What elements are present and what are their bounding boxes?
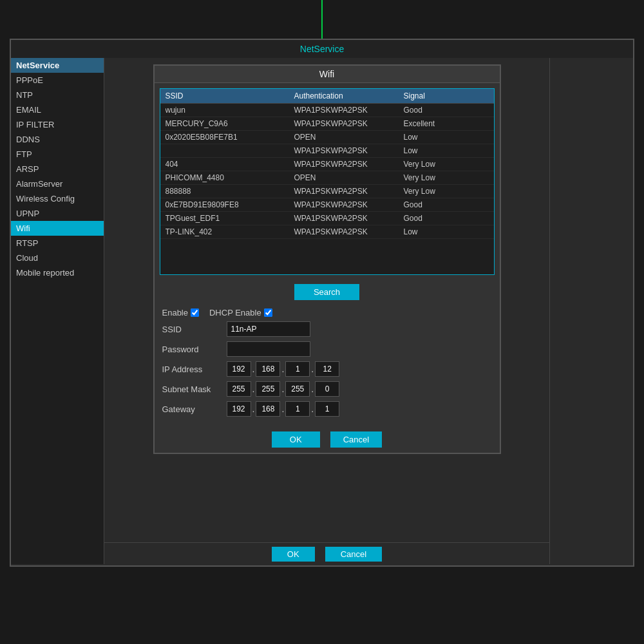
wifi-row[interactable]: wujunWPA1PSKWPA2PSKGood [160,104,494,117]
sidebar-item-wifi[interactable]: Wifi [11,221,104,236]
ip-row: IP Address . . . [162,361,492,377]
cancel-button[interactable]: Cancel [330,431,382,448]
subnet-c[interactable] [285,381,310,397]
main-content: NetServicePPPoENTPEMAILIP FILTERDDNSFTPA… [11,58,633,564]
wifi-row[interactable]: PHICOMM_4480OPENVery Low [160,171,494,185]
bottom-bar: OK Cancel [104,542,549,565]
sidebar-item-ddns[interactable]: DDNS [11,132,104,147]
search-button[interactable]: Search [294,284,359,300]
wifi-row[interactable]: 888888WPA1PSKWPA2PSKVery Low [160,185,494,198]
col-header-ssid: SSID [166,91,294,100]
subnet-input-group: . . . [227,381,340,397]
sidebar-item-upnp[interactable]: UPNP [11,206,104,221]
bottom-ok-button[interactable]: OK [272,547,315,562]
sidebar-item-wireless-config[interactable]: Wireless Config [11,191,104,206]
col-header-signal: Signal [404,91,489,100]
center-area: Wifi SSID Authentication Signal wujunWPA… [104,58,549,564]
enable-checkbox[interactable] [191,308,199,317]
ssid-label: SSID [162,325,227,334]
sidebar-item-alarmserver[interactable]: AlarmServer [11,176,104,191]
gateway-d[interactable] [315,401,339,417]
gateway-input-group: . . . [227,401,340,417]
gateway-label: Gateway [162,404,227,414]
sidebar-item-netservice[interactable]: NetService [11,58,104,73]
wifi-dialog: Wifi SSID Authentication Signal wujunWPA… [153,64,501,454]
wifi-row[interactable]: TPGuest_EDF1WPA1PSKWPA2PSKGood [160,212,494,225]
wifi-list-body[interactable]: wujunWPA1PSKWPA2PSKGoodMERCURY_C9A6WPA1P… [160,104,494,272]
subnet-label: Subnet Mask [162,384,227,394]
form-area: Enable DHCP Enable SSID Password [155,304,500,425]
dhcp-checkbox[interactable] [264,308,272,317]
col-header-auth: Authentication [294,91,404,100]
password-input[interactable] [227,341,310,357]
ssid-row: SSID [162,321,492,337]
enable-label: Enable [162,308,199,317]
dialog-btn-row: OK Cancel [155,425,500,453]
outer-screen: NetService NetServicePPPoENTPEMAILIP FIL… [10,39,634,567]
sidebar-item-email[interactable]: EMAIL [11,102,104,117]
dhcp-label: DHCP Enable [209,308,272,317]
sidebar-item-ip-filter[interactable]: IP FILTER [11,117,104,132]
gateway-a[interactable] [227,401,251,417]
enable-row: Enable DHCP Enable [162,304,492,321]
top-title: NetService [11,40,633,58]
gateway-c[interactable] [285,401,310,417]
ip-b[interactable] [256,361,280,377]
ok-button[interactable]: OK [272,431,320,448]
wifi-list-header: SSID Authentication Signal [160,89,494,104]
ssid-input[interactable] [227,321,310,337]
gateway-b[interactable] [256,401,280,417]
right-panel [549,58,633,564]
sidebar-item-pppoe[interactable]: PPPoE [11,73,104,88]
wifi-row[interactable]: 404WPA1PSKWPA2PSKVery Low [160,158,494,171]
subnet-row: Subnet Mask . . . [162,381,492,397]
ip-a[interactable] [227,361,251,377]
wifi-row[interactable]: TP-LINK_402WPA1PSKWPA2PSKLow [160,225,494,239]
sidebar-item-ntp[interactable]: NTP [11,88,104,102]
wifi-row[interactable]: MERCURY_C9A6WPA1PSKWPA2PSKExcellent [160,117,494,131]
subnet-a[interactable] [227,381,251,397]
sidebar-item-mobile-reported[interactable]: Mobile reported [11,265,104,280]
ip-d[interactable] [315,361,339,377]
password-row: Password [162,341,492,357]
sidebar-item-rtsp[interactable]: RTSP [11,236,104,251]
sidebar-item-ftp[interactable]: FTP [11,147,104,162]
sidebar-item-cloud[interactable]: Cloud [11,251,104,265]
password-label: Password [162,345,227,354]
gateway-row: Gateway . . . [162,401,492,417]
bottom-cancel-button[interactable]: Cancel [325,547,382,562]
wifi-row[interactable]: WPA1PSKWPA2PSKLow [160,144,494,158]
wifi-dialog-title: Wifi [155,66,500,83]
ip-input-group: . . . [227,361,340,377]
subnet-d[interactable] [315,381,339,397]
wifi-row[interactable]: 0xE7BD91E9809FE8WPA1PSKWPA2PSKGood [160,198,494,212]
ip-label: IP Address [162,365,227,374]
search-btn-row: Search [155,280,500,304]
wifi-list-container: SSID Authentication Signal wujunWPA1PSKW… [160,88,495,275]
green-indicator-line [321,0,323,42]
ip-c[interactable] [285,361,310,377]
sidebar: NetServicePPPoENTPEMAILIP FILTERDDNSFTPA… [11,58,104,564]
wifi-row[interactable]: 0x2020E5B08FE7B1OPENLow [160,131,494,144]
sidebar-item-arsp[interactable]: ARSP [11,162,104,176]
subnet-b[interactable] [256,381,280,397]
